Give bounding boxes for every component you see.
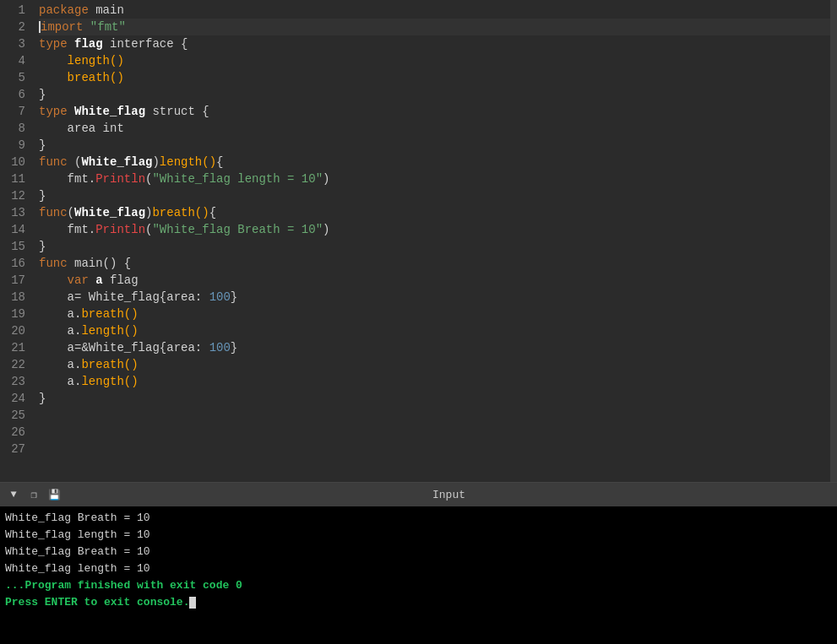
line-number-25: 25 [0,407,25,424]
line-number-27: 27 [0,441,25,457]
line-number-23: 23 [0,373,25,390]
token: func [39,155,68,169]
line-numbers: 1234567891011121314151617181920212223242… [0,0,32,482]
token: Println [95,172,145,186]
token: } [39,392,46,405]
console-line-3: White_flag length = 10 [5,560,832,577]
code-line-5: breath() [39,69,830,86]
line-number-14: 14 [0,221,25,238]
code-line-14: fmt.Println("White_flag Breath = 10") [39,221,830,238]
code-line-15: } [39,238,830,255]
token: fmt. [39,223,95,236]
line-number-17: 17 [0,272,25,289]
chevron-down-icon[interactable]: ▼ [7,488,20,501]
token: a [95,273,102,287]
token: main() { [68,257,132,270]
code-line-19: a= White_flag{area: 100} [39,289,830,306]
line-number-18: 18 [0,289,25,306]
token: a. [39,307,81,321]
token: main [89,3,124,17]
token: 100 [209,290,231,304]
token: breath() [81,358,138,371]
console-line-6: Press ENTER to exit console. [5,594,832,611]
code-line-2: import "fmt" [39,19,830,35]
token: { [209,206,216,219]
line-number-26: 26 [0,424,25,441]
token: } [39,88,46,101]
token: type [39,105,68,118]
console-line-5: ...Program finished with exit code 0 [5,577,832,594]
token [39,71,68,84]
line-number-16: 16 [0,255,25,272]
code-line-16: func main() { [39,255,830,272]
token [39,273,68,287]
line-number-13: 13 [0,204,25,221]
code-line-8: area int [39,120,830,137]
token: breath() [152,206,209,219]
line-number-3: 3 [0,35,25,52]
code-line-23: a=&White_flag{area: 100} [39,339,830,356]
line-number-24: 24 [0,390,25,407]
token: ( [68,206,74,219]
code-line-3: type flag interface { [39,35,830,52]
token: type [39,37,68,51]
line-number-2: 2 [0,19,25,35]
token: a= White_flag{area: [39,290,209,304]
console-line-0: White_flag Breath = 10 [5,510,832,527]
token: "fmt" [90,20,126,34]
scrollbar[interactable] [830,0,837,482]
line-number-22: 22 [0,356,25,373]
console-output: White_flag Breath = 10White_flag length … [0,506,837,644]
token: length() [81,375,138,388]
token: } [231,290,237,304]
code-line-24: a.breath() [39,356,830,373]
token: length() [81,324,138,338]
line-number-15: 15 [0,238,25,255]
token: ( [68,155,82,169]
console-line-1: White_flag length = 10 [5,527,832,544]
token: Println [95,223,145,236]
token [68,105,74,118]
line-number-20: 20 [0,322,25,339]
line-number-7: 7 [0,103,25,120]
code-line-4: length() [39,52,830,69]
token: fmt. [39,172,95,186]
token: } [39,189,46,203]
line-number-11: 11 [0,170,25,187]
token: { [216,155,223,169]
line-number-5: 5 [0,69,25,86]
line-number-8: 8 [0,120,25,137]
code-content[interactable]: package mainimport "fmt"type flag interf… [35,0,830,482]
line-number-19: 19 [0,306,25,322]
token: a. [39,358,81,371]
code-line-21: a.length() [39,322,830,339]
expand-icon[interactable]: ❐ [27,488,41,501]
token: a. [39,375,81,388]
token: func [39,257,68,270]
save-icon[interactable]: 💾 [47,488,61,501]
code-line-26: } [39,390,830,407]
code-line-11: fmt.Println("White_flag length = 10") [39,170,830,187]
console-line-2: White_flag Breath = 10 [5,544,832,560]
code-line-1: package main [39,2,830,19]
token [68,37,74,51]
token [39,54,68,68]
line-number-9: 9 [0,137,25,154]
token: } [231,341,237,354]
code-line-10: func (White_flag)length(){ [39,154,830,170]
code-line-20: a.breath() [39,306,830,322]
code-editor[interactable]: 1234567891011121314151617181920212223242… [0,0,837,482]
token: a. [39,324,81,338]
token: length() [160,155,216,169]
panel-title: Input [68,489,830,501]
token: flag [103,273,139,287]
token: } [39,138,46,152]
token: interface { [103,37,188,51]
token: White_flag [74,105,145,118]
token: } [39,240,46,253]
line-number-21: 21 [0,339,25,356]
token: White_flag [74,206,145,219]
token: "White_flag Breath = 10" [152,223,323,236]
token: func [39,206,68,219]
code-line-7: type White_flag struct { [39,103,830,120]
